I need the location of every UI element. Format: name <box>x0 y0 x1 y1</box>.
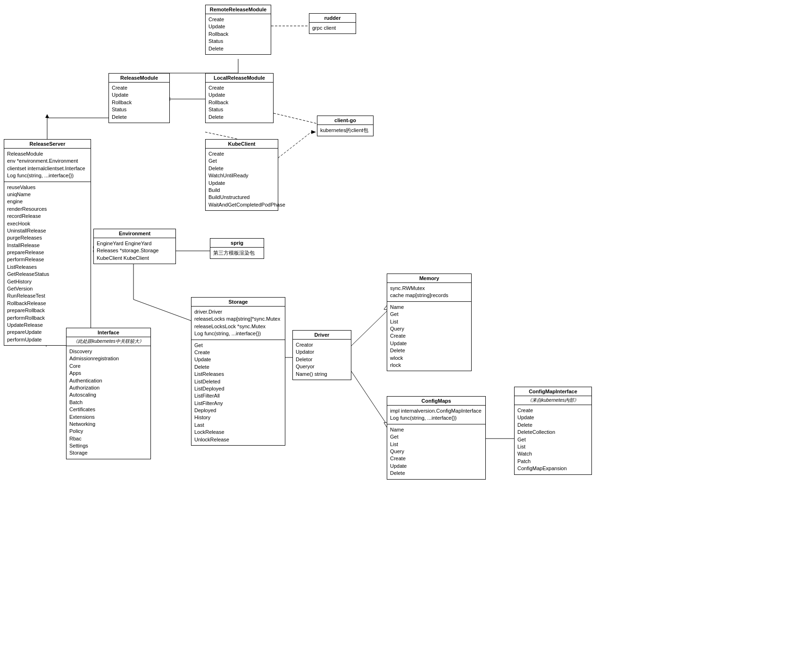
box-remote-release-module: RemoteReleaseModule Create Update Rollba… <box>205 5 271 55</box>
box-body-configmap-interface: Create Update Delete DeleteCollection Ge… <box>515 405 591 474</box>
svg-line-28 <box>349 311 387 348</box>
svg-line-8 <box>274 113 317 124</box>
box-title-interface: Interface <box>67 328 150 337</box>
box-body-configmaps-bottom: Name Get List Query Create Update Delete <box>387 424 485 479</box>
box-title-sprig: sprig <box>210 239 264 248</box>
box-configmap-interface: ConfigMapInterface 《来自kubernetes内部》 Crea… <box>514 387 592 475</box>
box-title-driver: Driver <box>293 331 351 340</box>
box-body-memory-top: sync.RWMutex cache map[string]records <box>387 283 471 301</box>
box-driver: Driver Creator Updator Deletor Queryor N… <box>292 330 351 380</box>
box-body-kube-client: Create Get Delete WatchUntilReady Update… <box>206 149 278 210</box>
box-title-environment: Environment <box>94 229 175 238</box>
box-body-configmaps-top: impl internalversion.ConfigMapInterface … <box>387 406 485 424</box>
box-interface: Interface 《此处跟kubernetes中关联较大》 Discovery… <box>66 328 151 459</box>
box-storage: Storage driver.Driver releaseLocks map[s… <box>191 297 285 446</box>
box-body-rudder: grpc client <box>309 23 356 33</box>
svg-marker-25 <box>311 130 316 134</box>
box-body-driver: Creator Updator Deletor Queryor Name() s… <box>293 340 351 380</box>
box-body-sprig: 第三方模板渲染包 <box>210 248 264 258</box>
box-title-storage: Storage <box>191 298 285 307</box>
box-title-kube-client: KubeClient <box>206 140 278 149</box>
box-subtitle-configmap-interface: 《来自kubernetes内部》 <box>515 396 591 405</box>
box-kube-client: KubeClient Create Get Delete WatchUntilR… <box>205 139 278 211</box>
box-rudder: rudder grpc client <box>309 13 356 34</box>
box-body-client-go: kubernetes的client包 <box>317 125 373 136</box>
svg-line-30 <box>349 368 387 424</box>
box-release-module: ReleaseModule Create Update Rollback Sta… <box>108 73 170 123</box>
box-body-interface: Discovery Admissionregistration Core App… <box>67 346 150 459</box>
box-body-release-server-bottom: reuseValues uniqName engine renderResour… <box>4 182 91 346</box>
box-title-configmap-interface: ConfigMapInterface <box>515 387 591 396</box>
box-body-release-module: Create Update Rollback Status Delete <box>109 83 169 123</box>
box-memory: Memory sync.RWMutex cache map[string]rec… <box>387 274 472 371</box>
svg-marker-13 <box>45 114 108 118</box>
box-title-release-module: ReleaseModule <box>109 74 169 83</box>
box-body-release-server-top: ReleaseModule env *environment.Environme… <box>4 149 91 182</box>
box-sprig: sprig 第三方模板渲染包 <box>210 238 264 259</box>
box-body-local-release-module: Create Update Rollback Status Delete <box>206 83 273 123</box>
box-local-release-module: LocalReleaseModule Create Update Rollbac… <box>205 73 274 123</box>
box-title-rudder: rudder <box>309 14 356 23</box>
box-body-remote-release-module: Create Update Rollback Status Delete <box>206 14 271 54</box>
box-body-environment: EngineYard EngineYard Releases *storage.… <box>94 238 175 264</box>
svg-line-22 <box>133 299 191 321</box>
box-body-storage-top: driver.Driver releaseLocks map[string]*s… <box>191 307 285 340</box>
box-title-local-release-module: LocalReleaseModule <box>206 74 273 83</box>
box-title-memory: Memory <box>387 274 471 283</box>
box-title-release-server: ReleaseServer <box>4 140 91 149</box>
box-environment: Environment EngineYard EngineYard Releas… <box>93 229 176 264</box>
box-title-configmaps: ConfigMaps <box>387 397 485 406</box>
box-body-memory-bottom: Name Get List Query Create Update Delete… <box>387 301 471 371</box>
box-body-storage-bottom: Get Create Update Delete ListReleases Li… <box>191 340 285 445</box>
svg-line-24 <box>275 132 311 160</box>
box-client-go: client-go kubernetes的client包 <box>317 116 374 136</box>
box-release-server: ReleaseServer ReleaseModule env *environ… <box>4 139 91 346</box>
box-subtitle-interface: 《此处跟kubernetes中关联较大》 <box>67 337 150 346</box>
box-title-remote-release-module: RemoteReleaseModule <box>206 5 271 14</box>
box-configmaps: ConfigMaps impl internalversion.ConfigMa… <box>387 396 486 480</box>
box-title-client-go: client-go <box>317 116 373 125</box>
svg-line-10 <box>205 132 238 139</box>
